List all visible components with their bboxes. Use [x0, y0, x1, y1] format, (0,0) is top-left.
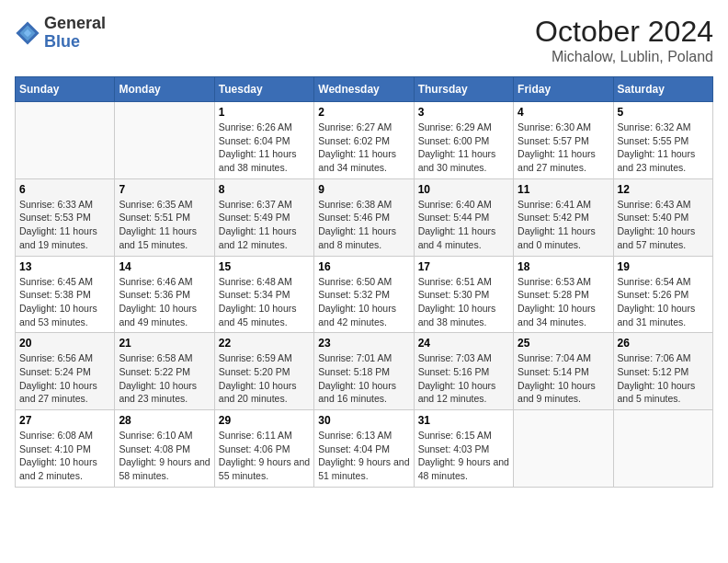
- calendar-cell: 12Sunrise: 6:43 AM Sunset: 5:40 PM Dayli…: [613, 178, 712, 256]
- calendar-table: SundayMondayTuesdayWednesdayThursdayFrid…: [15, 76, 713, 488]
- calendar-cell: 20Sunrise: 6:56 AM Sunset: 5:24 PM Dayli…: [16, 333, 115, 410]
- day-info: Sunrise: 7:06 AM Sunset: 5:12 PM Dayligh…: [618, 351, 709, 406]
- calendar-week-row: 6Sunrise: 6:33 AM Sunset: 5:53 PM Daylig…: [16, 178, 713, 256]
- day-number: 28: [119, 414, 210, 427]
- day-info: Sunrise: 6:46 AM Sunset: 5:36 PM Dayligh…: [119, 275, 210, 329]
- day-info: Sunrise: 6:32 AM Sunset: 5:55 PM Dayligh…: [618, 121, 709, 175]
- day-info: Sunrise: 6:37 AM Sunset: 5:49 PM Dayligh…: [219, 198, 310, 252]
- calendar-subtitle: Michalow, Lublin, Poland: [535, 49, 713, 65]
- calendar-cell: [115, 102, 214, 179]
- calendar-cell: [514, 410, 613, 488]
- calendar-week-row: 20Sunrise: 6:56 AM Sunset: 5:24 PM Dayli…: [16, 333, 713, 410]
- day-info: Sunrise: 6:41 AM Sunset: 5:42 PM Dayligh…: [518, 198, 609, 252]
- calendar-week-row: 13Sunrise: 6:45 AM Sunset: 5:38 PM Dayli…: [16, 256, 713, 333]
- day-number: 8: [219, 183, 310, 196]
- day-info: Sunrise: 6:26 AM Sunset: 6:04 PM Dayligh…: [219, 121, 310, 175]
- day-info: Sunrise: 6:54 AM Sunset: 5:26 PM Dayligh…: [618, 275, 709, 329]
- day-number: 2: [318, 106, 409, 119]
- day-number: 18: [518, 260, 609, 273]
- day-info: Sunrise: 6:11 AM Sunset: 4:06 PM Dayligh…: [219, 429, 310, 483]
- day-number: 4: [518, 106, 609, 119]
- calendar-cell: 6Sunrise: 6:33 AM Sunset: 5:53 PM Daylig…: [16, 178, 115, 256]
- day-info: Sunrise: 6:13 AM Sunset: 4:04 PM Dayligh…: [318, 429, 409, 483]
- calendar-cell: [613, 410, 712, 488]
- calendar-cell: 4Sunrise: 6:30 AM Sunset: 5:57 PM Daylig…: [514, 102, 613, 179]
- day-info: Sunrise: 6:50 AM Sunset: 5:32 PM Dayligh…: [318, 275, 409, 329]
- calendar-cell: 31Sunrise: 6:15 AM Sunset: 4:03 PM Dayli…: [414, 410, 513, 488]
- logo-text: General Blue: [44, 15, 106, 52]
- day-info: Sunrise: 6:29 AM Sunset: 6:00 PM Dayligh…: [418, 121, 509, 175]
- calendar-cell: 25Sunrise: 7:04 AM Sunset: 5:14 PM Dayli…: [514, 333, 613, 410]
- calendar-cell: 10Sunrise: 6:40 AM Sunset: 5:44 PM Dayli…: [414, 178, 513, 256]
- day-info: Sunrise: 6:53 AM Sunset: 5:28 PM Dayligh…: [518, 275, 609, 329]
- day-info: Sunrise: 6:10 AM Sunset: 4:08 PM Dayligh…: [119, 429, 210, 483]
- calendar-title: October 2024: [535, 15, 713, 49]
- day-info: Sunrise: 6:30 AM Sunset: 5:57 PM Dayligh…: [518, 121, 609, 175]
- calendar-week-row: 1Sunrise: 6:26 AM Sunset: 6:04 PM Daylig…: [16, 102, 713, 179]
- calendar-cell: 30Sunrise: 6:13 AM Sunset: 4:04 PM Dayli…: [314, 410, 414, 488]
- weekday-header: Wednesday: [314, 77, 414, 102]
- calendar-cell: 13Sunrise: 6:45 AM Sunset: 5:38 PM Dayli…: [16, 256, 115, 333]
- day-number: 3: [418, 106, 509, 119]
- day-number: 16: [318, 260, 409, 273]
- day-number: 26: [618, 337, 709, 350]
- calendar-cell: 11Sunrise: 6:41 AM Sunset: 5:42 PM Dayli…: [514, 178, 613, 256]
- calendar-cell: [16, 102, 115, 179]
- calendar-cell: 17Sunrise: 6:51 AM Sunset: 5:30 PM Dayli…: [414, 256, 513, 333]
- day-info: Sunrise: 6:51 AM Sunset: 5:30 PM Dayligh…: [418, 275, 509, 329]
- calendar-week-row: 27Sunrise: 6:08 AM Sunset: 4:10 PM Dayli…: [16, 410, 713, 488]
- calendar-cell: 26Sunrise: 7:06 AM Sunset: 5:12 PM Dayli…: [613, 333, 712, 410]
- calendar-cell: 2Sunrise: 6:27 AM Sunset: 6:02 PM Daylig…: [314, 102, 414, 179]
- calendar-cell: 24Sunrise: 7:03 AM Sunset: 5:16 PM Dayli…: [414, 333, 513, 410]
- calendar-cell: 18Sunrise: 6:53 AM Sunset: 5:28 PM Dayli…: [514, 256, 613, 333]
- weekday-header: Sunday: [16, 77, 115, 102]
- day-number: 20: [19, 337, 110, 350]
- weekday-header: Tuesday: [214, 77, 313, 102]
- day-number: 6: [19, 183, 110, 196]
- day-number: 31: [418, 414, 509, 427]
- day-info: Sunrise: 7:03 AM Sunset: 5:16 PM Dayligh…: [418, 351, 509, 406]
- calendar-cell: 16Sunrise: 6:50 AM Sunset: 5:32 PM Dayli…: [314, 256, 414, 333]
- day-info: Sunrise: 6:59 AM Sunset: 5:20 PM Dayligh…: [219, 351, 310, 406]
- day-number: 12: [618, 183, 709, 196]
- day-number: 19: [618, 260, 709, 273]
- day-info: Sunrise: 6:15 AM Sunset: 4:03 PM Dayligh…: [418, 429, 509, 483]
- calendar-cell: 9Sunrise: 6:38 AM Sunset: 5:46 PM Daylig…: [314, 178, 414, 256]
- day-number: 22: [219, 337, 310, 350]
- day-info: Sunrise: 6:48 AM Sunset: 5:34 PM Dayligh…: [219, 275, 310, 329]
- day-number: 10: [418, 183, 509, 196]
- calendar-cell: 27Sunrise: 6:08 AM Sunset: 4:10 PM Dayli…: [16, 410, 115, 488]
- title-block: October 2024 Michalow, Lublin, Poland: [535, 15, 713, 65]
- calendar-cell: 15Sunrise: 6:48 AM Sunset: 5:34 PM Dayli…: [214, 256, 313, 333]
- day-info: Sunrise: 7:01 AM Sunset: 5:18 PM Dayligh…: [318, 351, 409, 406]
- calendar-cell: 28Sunrise: 6:10 AM Sunset: 4:08 PM Dayli…: [115, 410, 214, 488]
- day-info: Sunrise: 6:58 AM Sunset: 5:22 PM Dayligh…: [119, 351, 210, 406]
- day-info: Sunrise: 6:08 AM Sunset: 4:10 PM Dayligh…: [19, 429, 110, 483]
- calendar-cell: 23Sunrise: 7:01 AM Sunset: 5:18 PM Dayli…: [314, 333, 414, 410]
- day-number: 14: [119, 260, 210, 273]
- calendar-header-row: SundayMondayTuesdayWednesdayThursdayFrid…: [16, 77, 713, 102]
- calendar-cell: 29Sunrise: 6:11 AM Sunset: 4:06 PM Dayli…: [214, 410, 313, 488]
- day-number: 9: [318, 183, 409, 196]
- day-number: 17: [418, 260, 509, 273]
- day-number: 30: [318, 414, 409, 427]
- weekday-header: Thursday: [414, 77, 513, 102]
- calendar-cell: 22Sunrise: 6:59 AM Sunset: 5:20 PM Dayli…: [214, 333, 313, 410]
- day-info: Sunrise: 6:43 AM Sunset: 5:40 PM Dayligh…: [618, 198, 709, 252]
- day-number: 15: [219, 260, 310, 273]
- calendar-cell: 3Sunrise: 6:29 AM Sunset: 6:00 PM Daylig…: [414, 102, 513, 179]
- weekday-header: Saturday: [613, 77, 712, 102]
- page-header: General Blue October 2024 Michalow, Lubl…: [15, 15, 713, 65]
- day-info: Sunrise: 6:45 AM Sunset: 5:38 PM Dayligh…: [19, 275, 110, 329]
- logo: General Blue: [15, 15, 106, 52]
- day-number: 11: [518, 183, 609, 196]
- day-info: Sunrise: 6:27 AM Sunset: 6:02 PM Dayligh…: [318, 121, 409, 175]
- day-info: Sunrise: 6:56 AM Sunset: 5:24 PM Dayligh…: [19, 351, 110, 406]
- calendar-cell: 8Sunrise: 6:37 AM Sunset: 5:49 PM Daylig…: [214, 178, 313, 256]
- day-number: 23: [318, 337, 409, 350]
- day-info: Sunrise: 7:04 AM Sunset: 5:14 PM Dayligh…: [518, 351, 609, 406]
- day-number: 27: [19, 414, 110, 427]
- day-info: Sunrise: 6:35 AM Sunset: 5:51 PM Dayligh…: [119, 198, 210, 252]
- day-number: 5: [618, 106, 709, 119]
- logo-icon: [15, 20, 40, 46]
